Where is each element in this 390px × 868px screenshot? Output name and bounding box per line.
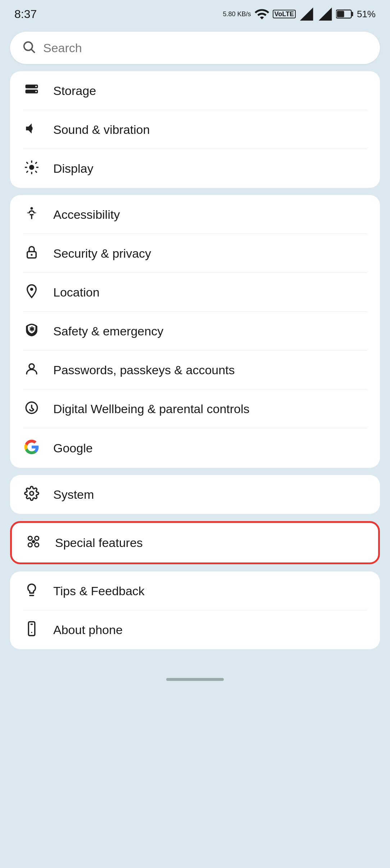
svg-point-10 xyxy=(35,212,36,213)
tips-icon xyxy=(23,582,40,600)
location-icon xyxy=(23,284,40,301)
safety-label: Safety & emergency xyxy=(53,324,163,338)
display-label: Display xyxy=(53,162,93,176)
status-time: 8:37 xyxy=(14,8,37,21)
settings-item-display[interactable]: Display xyxy=(10,149,380,188)
svg-point-5 xyxy=(35,86,37,87)
battery-percent: 51% xyxy=(357,9,376,20)
search-bar[interactable]: Search xyxy=(10,32,380,64)
special-features-icon xyxy=(25,534,42,552)
google-icon xyxy=(23,439,40,457)
settings-item-sound[interactable]: Sound & vibration xyxy=(10,110,380,149)
svg-line-4 xyxy=(32,50,35,53)
svg-point-12 xyxy=(31,254,32,256)
settings-item-tips[interactable]: Tips & Feedback xyxy=(10,571,380,610)
accessibility-icon xyxy=(23,206,40,223)
svg-text:✱: ✱ xyxy=(29,326,35,333)
settings-group-3: System xyxy=(10,475,380,514)
svg-point-13 xyxy=(30,288,33,291)
svg-point-17 xyxy=(30,492,34,496)
wifi-icon xyxy=(254,6,270,22)
signal-icon-1 xyxy=(299,6,314,22)
location-label: Location xyxy=(53,285,100,299)
settings-item-wellbeing[interactable]: Digital Wellbeing & parental controls xyxy=(10,389,380,428)
wellbeing-icon xyxy=(23,400,40,417)
settings-item-location[interactable]: Location xyxy=(10,273,380,312)
passwords-icon xyxy=(23,361,40,379)
settings-item-system[interactable]: System xyxy=(10,475,380,514)
safety-icon: ✱ xyxy=(23,322,40,340)
network-speed-label: 5.80 KB/s xyxy=(223,10,251,18)
tips-label: Tips & Feedback xyxy=(53,584,145,598)
sound-icon xyxy=(23,121,40,138)
security-icon xyxy=(23,245,40,262)
svg-point-3 xyxy=(24,42,32,50)
svg-point-20 xyxy=(28,543,32,547)
search-icon xyxy=(22,40,36,56)
volte-icon: VoLTE xyxy=(273,10,296,18)
svg-point-9 xyxy=(27,212,28,213)
about-phone-icon xyxy=(23,621,40,638)
security-label: Security & privacy xyxy=(53,247,151,261)
storage-label: Storage xyxy=(53,84,96,98)
search-container: Search xyxy=(10,32,380,64)
sound-label: Sound & vibration xyxy=(53,123,150,137)
svg-point-8 xyxy=(31,207,33,210)
settings-item-passwords[interactable]: Passwords, passkeys & accounts xyxy=(10,351,380,389)
storage-icon xyxy=(23,82,40,99)
svg-rect-2 xyxy=(337,11,344,17)
settings-item-storage[interactable]: Storage xyxy=(10,71,380,110)
about-phone-label: About phone xyxy=(53,623,123,637)
svg-point-7 xyxy=(29,165,34,170)
svg-rect-1 xyxy=(351,12,353,17)
display-icon xyxy=(23,160,40,177)
search-placeholder: Search xyxy=(43,41,82,55)
settings-item-google[interactable]: Google xyxy=(10,428,380,468)
svg-point-6 xyxy=(35,91,37,92)
status-bar: 8:37 5.80 KB/s VoLTE 51% xyxy=(0,0,390,25)
settings-item-special-features[interactable]: Special features xyxy=(12,523,378,562)
passwords-label: Passwords, passkeys & accounts xyxy=(53,363,235,377)
settings-item-security[interactable]: Security & privacy xyxy=(10,234,380,273)
system-label: System xyxy=(53,488,94,502)
special-features-label: Special features xyxy=(55,536,143,550)
settings-item-safety[interactable]: ✱ Safety & emergency xyxy=(10,312,380,351)
battery-icon xyxy=(336,9,354,19)
settings-item-about-phone[interactable]: About phone xyxy=(10,610,380,649)
system-icon xyxy=(23,486,40,503)
accessibility-label: Accessibility xyxy=(53,208,120,222)
svg-point-19 xyxy=(35,536,39,540)
settings-group-5: Tips & Feedback About phone xyxy=(10,571,380,649)
settings-group-1: Storage Sound & vibration Display xyxy=(10,71,380,188)
settings-group-2: Accessibility Security & privacy Locatio… xyxy=(10,195,380,468)
google-label: Google xyxy=(53,441,93,455)
svg-point-15 xyxy=(29,364,34,369)
svg-point-21 xyxy=(35,543,39,547)
signal-icon-2 xyxy=(317,6,333,22)
wellbeing-label: Digital Wellbeing & parental controls xyxy=(53,402,250,416)
svg-point-26 xyxy=(31,632,32,633)
status-icons: 5.80 KB/s VoLTE 51% xyxy=(223,6,376,22)
settings-item-accessibility[interactable]: Accessibility xyxy=(10,195,380,234)
svg-point-18 xyxy=(28,536,32,540)
bottom-indicator xyxy=(166,678,224,681)
settings-item-special-features-card: Special features xyxy=(10,521,380,564)
svg-point-22 xyxy=(32,540,35,543)
